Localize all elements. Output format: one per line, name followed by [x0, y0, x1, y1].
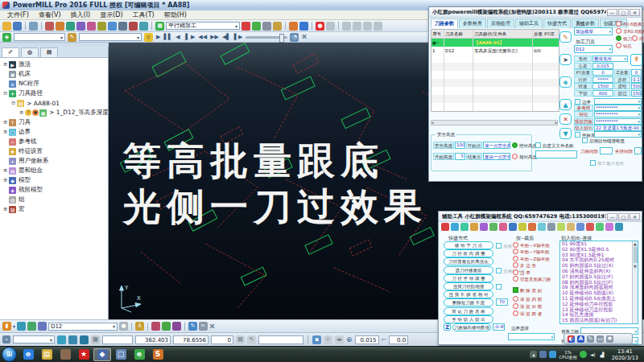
shortcut-button-9[interactable]: 手 动 切 入 切 出	[444, 315, 493, 323]
machining-tool-combobox[interactable]: D12	[574, 45, 613, 53]
aux-tool-icon-16[interactable]	[596, 223, 604, 231]
dialog-tab-3[interactable]: 辅助工具	[515, 19, 543, 28]
param-field[interactable]: 0	[592, 69, 613, 76]
param-field[interactable]: 0	[631, 69, 642, 76]
close-toolbar2-icon[interactable]: 🗙	[209, 323, 215, 330]
flag-app-icon[interactable]: ★	[75, 348, 93, 361]
nc-output-icon[interactable]	[273, 22, 282, 31]
table-row-empty[interactable]	[431, 79, 559, 87]
tool-type-radio-2[interactable]: 铣刀	[616, 35, 632, 42]
tree-item-toolpaths[interactable]: ⊟✦刀具路径	[2, 88, 108, 98]
pick-cursor-button[interactable]: ➤	[559, 54, 572, 65]
tree-item-groups[interactable]: ▧组	[2, 195, 108, 204]
snap-grid-icon[interactable]: ▤	[236, 335, 245, 344]
aux-tool-icon-5[interactable]	[489, 223, 497, 231]
delete-row-button[interactable]: ✕	[559, 113, 572, 125]
workplane-create-icon[interactable]	[108, 22, 117, 31]
aux-tool-icon-10[interactable]	[538, 223, 546, 231]
crayon-purple-icon[interactable]	[172, 322, 181, 331]
z-axis-chip[interactable]: Z	[444, 323, 451, 331]
dialog-tab-0[interactable]: 刀路参数	[431, 19, 458, 28]
toolpath-create-icon[interactable]	[66, 22, 75, 31]
crayon-green-icon[interactable]	[162, 322, 171, 331]
stock-icon[interactable]	[129, 22, 138, 31]
network-icon[interactable]: ▟	[599, 351, 606, 358]
shortcut-field-10[interactable]: -0.45	[493, 323, 505, 331]
tree-item-models[interactable]: ⊞◆模型	[2, 175, 108, 185]
tree-expander[interactable]: ⊞	[2, 206, 9, 212]
aux-tool-icon-14[interactable]	[576, 223, 584, 231]
start-z-field[interactable]: 5	[455, 153, 465, 160]
extra-param-checkbox[interactable]: 坐标系	[575, 132, 596, 138]
playback-icon-2[interactable]: ◀	[175, 34, 180, 40]
tree-item-toolpath-folder[interactable]: ⊟▤> AA88-01	[2, 98, 108, 108]
move-down-button[interactable]: ▼	[559, 128, 572, 139]
extra-param-field[interactable]: **********	[594, 111, 642, 117]
lightbulb-icon[interactable]: ϙ	[144, 33, 153, 42]
draw-tool-icon[interactable]: λ	[135, 322, 144, 331]
tree-item-stock-models[interactable]: ◈残留模型	[2, 185, 108, 195]
open-project-icon[interactable]	[2, 22, 11, 31]
extra-param-field[interactable]	[594, 98, 642, 105]
menu-item-1[interactable]: 查看(V)	[35, 10, 65, 19]
menu-item-5[interactable]: 帮助(H)	[160, 10, 191, 19]
tray-device-icon[interactable]	[539, 351, 547, 358]
field-blank2[interactable]	[258, 335, 303, 344]
app-window-icon[interactable]: ▢	[112, 348, 130, 361]
tree-item-simulation[interactable]: ⊞▶激活	[2, 60, 108, 69]
close-toolbar-icon[interactable]: 🗙	[301, 34, 307, 40]
boundary-select-combobox[interactable]	[508, 333, 555, 340]
pencil-icon[interactable]: ✎	[188, 322, 197, 331]
tool-create-icon[interactable]	[56, 22, 64, 31]
param-field[interactable]: 1500	[592, 83, 613, 89]
wireframe-view-icon[interactable]	[27, 322, 36, 331]
shank-clearance-field[interactable]	[600, 147, 613, 154]
view-iso2-icon[interactable]	[68, 335, 77, 344]
shortcut-button-2[interactable]: 刀径按最近距离优化	[444, 257, 493, 265]
start-button[interactable]: ⊞	[2, 347, 17, 362]
aux-close-button[interactable]: ✕	[630, 213, 640, 220]
aux-tool-icon-18[interactable]	[615, 223, 623, 231]
maximize-button[interactable]: □	[618, 9, 629, 16]
param-field[interactable]: 0.015	[592, 63, 613, 69]
calculator-icon[interactable]	[262, 22, 271, 31]
extra-param-field[interactable]: **********	[594, 118, 642, 125]
playback-icon-1[interactable]: ▌▌	[163, 34, 173, 40]
aux-tool-icon-9[interactable]	[528, 223, 536, 231]
extra-param-field[interactable]: **********	[594, 105, 642, 111]
aux-tool-icon-13[interactable]	[567, 223, 575, 231]
model-import-icon[interactable]	[118, 22, 127, 31]
aux-tool-icon-4[interactable]	[480, 223, 488, 231]
tool-type-radio-3[interactable]: 球刀	[632, 35, 644, 42]
extra-param-field[interactable]	[594, 131, 642, 138]
aux-tool-icon-1[interactable]	[451, 223, 459, 231]
crayon-red-icon[interactable]	[151, 322, 160, 331]
clip-radio-5[interactable]: 仅垂直面裁刀路	[513, 276, 551, 282]
param-field[interactable]: 500	[631, 83, 642, 89]
tree-item-toolpath-item[interactable]: ⊞?✱▦> 1_D12_等高多深度(光侧补正)	[2, 108, 108, 117]
tree-item-macros[interactable]: ⊞▨宏	[2, 204, 108, 214]
strategy-selector-icon[interactable]: ▦	[155, 22, 164, 31]
tree-expander[interactable]: ⊟	[10, 100, 17, 106]
aux-maximize-button[interactable]: □	[618, 213, 629, 220]
shortcut-field-7[interactable]: 70	[496, 298, 508, 306]
tool-type-radio-1[interactable]: 非R0.6圆鼻刀	[616, 28, 644, 35]
custom-filename-checkbox[interactable]: 自定义文件名称	[535, 142, 574, 149]
workplane-status-icon[interactable]: ⌁	[2, 335, 10, 343]
clamp-icon[interactable]: ▪	[312, 335, 321, 344]
simulation-speed-slider[interactable]	[246, 36, 287, 39]
clip-radio-0[interactable]: 平面—X轴平面	[513, 242, 550, 249]
chevron-down-icon[interactable]: ▾	[13, 323, 15, 329]
table-row-empty[interactable]	[431, 55, 559, 63]
tree-item-workplanes[interactable]: +用户坐标系	[2, 156, 108, 166]
shortcut-button-4[interactable]: 刀 径 手 动 调 整	[444, 274, 493, 282]
clock[interactable]: 13:412020/3/13	[609, 348, 642, 361]
library-combobox[interactable]: 华达模架	[574, 27, 613, 35]
snap-icon[interactable]: ◂▸	[335, 335, 344, 344]
active-tool-combobox[interactable]: D12 ▾	[48, 323, 118, 331]
aux-tool-icon-6[interactable]	[499, 223, 507, 231]
playback-icon-8[interactable]: ▌▶	[233, 34, 244, 40]
end-point-combobox[interactable]: 最后一点安全高度	[483, 153, 510, 160]
stop-icon[interactable]	[326, 22, 335, 31]
custom-filename-field[interactable]	[535, 150, 577, 158]
